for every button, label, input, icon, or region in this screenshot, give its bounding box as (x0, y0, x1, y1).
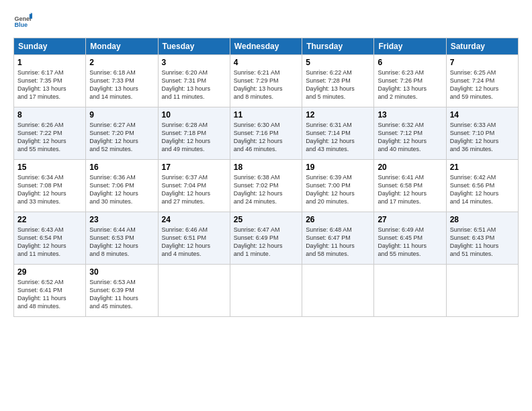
day-number: 13 (378, 110, 442, 120)
day-number: 4 (234, 58, 298, 67)
day-number: 20 (378, 163, 442, 172)
day-info: Sunrise: 6:49 AM Sunset: 6:45 PM Dayligh… (378, 226, 442, 259)
day-number: 24 (162, 215, 226, 224)
calendar-header-friday: Friday (374, 38, 446, 55)
day-number: 7 (450, 58, 515, 67)
day-number: 28 (450, 215, 515, 224)
calendar-header-saturday: Saturday (446, 38, 518, 55)
calendar-table: SundayMondayTuesdayWednesdayThursdayFrid… (13, 38, 519, 317)
day-info: Sunrise: 6:53 AM Sunset: 6:39 PM Dayligh… (89, 278, 154, 311)
day-info: Sunrise: 6:46 AM Sunset: 6:51 PM Dayligh… (162, 226, 226, 259)
day-number: 25 (234, 215, 298, 224)
calendar-cell: 17Sunrise: 6:37 AM Sunset: 7:04 PM Dayli… (158, 160, 230, 212)
calendar-cell: 10Sunrise: 6:28 AM Sunset: 7:18 PM Dayli… (158, 107, 230, 160)
day-info: Sunrise: 6:21 AM Sunset: 7:29 PM Dayligh… (234, 68, 298, 101)
day-info: Sunrise: 6:20 AM Sunset: 7:31 PM Dayligh… (162, 68, 226, 101)
calendar-cell: 13Sunrise: 6:32 AM Sunset: 7:12 PM Dayli… (374, 107, 446, 160)
calendar-week-1: 1Sunrise: 6:17 AM Sunset: 7:35 PM Daylig… (14, 55, 519, 107)
calendar-header-row: SundayMondayTuesdayWednesdayThursdayFrid… (14, 38, 519, 55)
day-info: Sunrise: 6:37 AM Sunset: 7:04 PM Dayligh… (162, 173, 226, 206)
calendar-header-monday: Monday (86, 38, 158, 55)
calendar-cell: 25Sunrise: 6:47 AM Sunset: 6:49 PM Dayli… (230, 212, 302, 265)
day-number: 18 (234, 163, 298, 172)
svg-marker-2 (30, 14, 32, 19)
calendar-cell: 8Sunrise: 6:26 AM Sunset: 7:22 PM Daylig… (14, 107, 86, 160)
day-number: 17 (162, 163, 226, 172)
calendar-cell: 16Sunrise: 6:36 AM Sunset: 7:06 PM Dayli… (86, 160, 158, 212)
header: General Blue (13, 12, 519, 31)
day-number: 8 (17, 110, 82, 120)
calendar-cell: 3Sunrise: 6:20 AM Sunset: 7:31 PM Daylig… (158, 55, 230, 107)
day-number: 23 (89, 215, 154, 224)
day-number: 6 (378, 58, 442, 67)
day-info: Sunrise: 6:33 AM Sunset: 7:10 PM Dayligh… (450, 121, 515, 154)
calendar-cell: 22Sunrise: 6:43 AM Sunset: 6:54 PM Dayli… (14, 212, 86, 265)
day-info: Sunrise: 6:51 AM Sunset: 6:43 PM Dayligh… (450, 226, 515, 259)
day-info: Sunrise: 6:47 AM Sunset: 6:49 PM Dayligh… (234, 226, 298, 259)
day-info: Sunrise: 6:27 AM Sunset: 7:20 PM Dayligh… (89, 121, 154, 154)
day-info: Sunrise: 6:44 AM Sunset: 6:53 PM Dayligh… (89, 226, 154, 259)
day-number: 2 (89, 58, 154, 67)
day-info: Sunrise: 6:43 AM Sunset: 6:54 PM Dayligh… (17, 226, 82, 259)
day-info: Sunrise: 6:18 AM Sunset: 7:33 PM Dayligh… (89, 68, 154, 101)
day-number: 9 (89, 110, 154, 120)
calendar-cell (374, 265, 446, 317)
calendar-header-thursday: Thursday (302, 38, 374, 55)
calendar-cell: 7Sunrise: 6:25 AM Sunset: 7:24 PM Daylig… (446, 55, 518, 107)
day-info: Sunrise: 6:31 AM Sunset: 7:14 PM Dayligh… (306, 121, 370, 154)
day-info: Sunrise: 6:26 AM Sunset: 7:22 PM Dayligh… (17, 121, 82, 154)
day-number: 30 (89, 267, 154, 277)
day-number: 10 (162, 110, 226, 120)
day-number: 22 (17, 215, 82, 224)
day-number: 14 (450, 110, 515, 120)
day-info: Sunrise: 6:42 AM Sunset: 6:56 PM Dayligh… (450, 173, 515, 206)
calendar-cell: 14Sunrise: 6:33 AM Sunset: 7:10 PM Dayli… (446, 107, 518, 160)
day-info: Sunrise: 6:36 AM Sunset: 7:06 PM Dayligh… (89, 173, 154, 206)
calendar-cell: 26Sunrise: 6:48 AM Sunset: 6:47 PM Dayli… (302, 212, 374, 265)
logo: General Blue (13, 12, 35, 31)
day-info: Sunrise: 6:38 AM Sunset: 7:02 PM Dayligh… (234, 173, 298, 206)
calendar-cell: 24Sunrise: 6:46 AM Sunset: 6:51 PM Dayli… (158, 212, 230, 265)
day-number: 29 (17, 267, 82, 277)
day-info: Sunrise: 6:41 AM Sunset: 6:58 PM Dayligh… (378, 173, 442, 206)
calendar-cell: 5Sunrise: 6:22 AM Sunset: 7:28 PM Daylig… (302, 55, 374, 107)
calendar-week-4: 22Sunrise: 6:43 AM Sunset: 6:54 PM Dayli… (14, 212, 519, 265)
calendar-cell (158, 265, 230, 317)
calendar-cell: 6Sunrise: 6:23 AM Sunset: 7:26 PM Daylig… (374, 55, 446, 107)
calendar-cell (302, 265, 374, 317)
day-info: Sunrise: 6:25 AM Sunset: 7:24 PM Dayligh… (450, 68, 515, 101)
calendar-cell: 20Sunrise: 6:41 AM Sunset: 6:58 PM Dayli… (374, 160, 446, 212)
calendar-cell: 9Sunrise: 6:27 AM Sunset: 7:20 PM Daylig… (86, 107, 158, 160)
day-number: 16 (89, 163, 154, 172)
calendar-cell: 21Sunrise: 6:42 AM Sunset: 6:56 PM Dayli… (446, 160, 518, 212)
day-number: 27 (378, 215, 442, 224)
calendar-cell: 15Sunrise: 6:34 AM Sunset: 7:08 PM Dayli… (14, 160, 86, 212)
calendar-header-tuesday: Tuesday (158, 38, 230, 55)
svg-text:Blue: Blue (14, 21, 28, 28)
day-info: Sunrise: 6:17 AM Sunset: 7:35 PM Dayligh… (17, 68, 82, 101)
day-info: Sunrise: 6:22 AM Sunset: 7:28 PM Dayligh… (306, 68, 370, 101)
day-info: Sunrise: 6:52 AM Sunset: 6:41 PM Dayligh… (17, 278, 82, 311)
day-number: 1 (17, 58, 82, 67)
day-number: 5 (306, 58, 370, 67)
calendar-cell: 1Sunrise: 6:17 AM Sunset: 7:35 PM Daylig… (14, 55, 86, 107)
calendar-cell (230, 265, 302, 317)
calendar-cell: 11Sunrise: 6:30 AM Sunset: 7:16 PM Dayli… (230, 107, 302, 160)
day-number: 3 (162, 58, 226, 67)
calendar-cell (446, 265, 518, 317)
calendar-header-wednesday: Wednesday (230, 38, 302, 55)
day-info: Sunrise: 6:30 AM Sunset: 7:16 PM Dayligh… (234, 121, 298, 154)
calendar-cell: 2Sunrise: 6:18 AM Sunset: 7:33 PM Daylig… (86, 55, 158, 107)
day-number: 19 (306, 163, 370, 172)
calendar-cell: 28Sunrise: 6:51 AM Sunset: 6:43 PM Dayli… (446, 212, 518, 265)
calendar-cell: 12Sunrise: 6:31 AM Sunset: 7:14 PM Dayli… (302, 107, 374, 160)
calendar-cell: 19Sunrise: 6:39 AM Sunset: 7:00 PM Dayli… (302, 160, 374, 212)
day-number: 15 (17, 163, 82, 172)
day-info: Sunrise: 6:28 AM Sunset: 7:18 PM Dayligh… (162, 121, 226, 154)
calendar-cell: 27Sunrise: 6:49 AM Sunset: 6:45 PM Dayli… (374, 212, 446, 265)
day-info: Sunrise: 6:23 AM Sunset: 7:26 PM Dayligh… (378, 68, 442, 101)
calendar-header-sunday: Sunday (14, 38, 86, 55)
calendar-week-3: 15Sunrise: 6:34 AM Sunset: 7:08 PM Dayli… (14, 160, 519, 212)
day-number: 12 (306, 110, 370, 120)
calendar-cell: 4Sunrise: 6:21 AM Sunset: 7:29 PM Daylig… (230, 55, 302, 107)
